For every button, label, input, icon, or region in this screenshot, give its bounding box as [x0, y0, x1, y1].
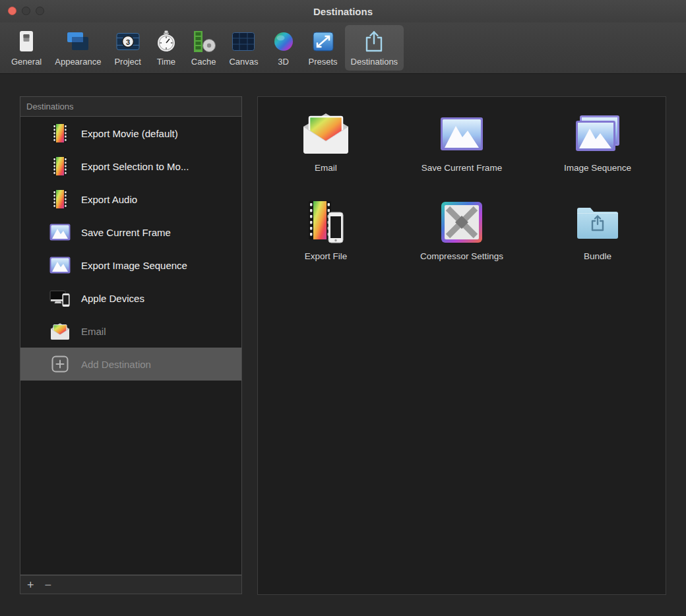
- photo-icon: [49, 257, 71, 274]
- sidebar-footer: + −: [20, 575, 242, 594]
- sphere-3d-icon: [272, 28, 296, 55]
- traffic-lights: [8, 7, 44, 15]
- destination-option-export-file[interactable]: Export File: [258, 195, 394, 283]
- sidebar-item-apple-devices[interactable]: Apple Devices: [20, 282, 241, 315]
- email-icon: [300, 106, 352, 162]
- sidebar-item-export-image-sequence[interactable]: Export Image Sequence: [20, 249, 241, 282]
- sidebar-item-label: Export Movie (default): [81, 128, 178, 139]
- presets-icon: [311, 28, 335, 55]
- add-destination-button[interactable]: +: [27, 579, 34, 591]
- toolbar-item-label: Project: [114, 57, 140, 67]
- appearance-icon: [66, 28, 90, 55]
- sidebar-item-label: Email: [81, 326, 106, 337]
- toolbar-item-3d[interactable]: 3D: [266, 25, 301, 71]
- project-icon: 3: [116, 28, 140, 55]
- toolbar-item-label: Destinations: [351, 57, 398, 67]
- sidebar-item-email[interactable]: Email: [20, 315, 241, 348]
- destination-option-label: Export File: [305, 251, 348, 261]
- toolbar-item-label: Time: [157, 57, 175, 67]
- destinations-grid: Email Save Current Frame: [258, 97, 666, 283]
- toolbar-item-cache[interactable]: Cache: [185, 25, 222, 71]
- minimize-button[interactable]: [22, 7, 30, 15]
- window-title: Destinations: [313, 6, 373, 17]
- toolbar-item-destinations[interactable]: Destinations: [345, 25, 404, 71]
- sidebar-item-label: Add Destination: [81, 359, 151, 370]
- devices-icon: [49, 289, 71, 307]
- toolbar-item-label: Canvas: [229, 57, 258, 67]
- sidebar-item-label: Export Selection to Mo...: [81, 161, 189, 172]
- remove-destination-button[interactable]: −: [45, 579, 52, 591]
- toolbar-item-canvas[interactable]: Canvas: [223, 25, 264, 71]
- sidebar-item-export-movie[interactable]: Export Movie (default): [20, 117, 241, 150]
- zoom-button[interactable]: [36, 7, 44, 15]
- destination-option-image-sequence[interactable]: Image Sequence: [530, 106, 666, 195]
- bundle-folder-icon: [574, 195, 621, 250]
- destination-option-label: Compressor Settings: [420, 251, 503, 261]
- general-icon: [15, 28, 38, 55]
- destination-option-label: Bundle: [584, 251, 611, 261]
- close-button[interactable]: [8, 7, 16, 15]
- sidebar-item-label: Apple Devices: [81, 293, 144, 304]
- destination-option-save-current-frame[interactable]: Save Current Frame: [394, 106, 530, 195]
- image-sequence-icon: [575, 106, 621, 162]
- sidebar-item-export-audio[interactable]: Export Audio: [20, 183, 241, 216]
- destination-option-email[interactable]: Email: [258, 106, 394, 195]
- sidebar-item-label: Export Audio: [81, 194, 137, 205]
- compressor-icon: [438, 195, 485, 250]
- sidebar-header-label: Destinations: [26, 102, 74, 111]
- toolbar-item-label: General: [11, 57, 42, 67]
- destination-option-label: Email: [315, 163, 337, 173]
- toolbar-item-label: Cache: [191, 57, 216, 67]
- photo-icon: [49, 224, 71, 241]
- project-badge: 3: [126, 38, 130, 46]
- sidebar-item-save-current-frame[interactable]: Save Current Frame: [20, 216, 241, 249]
- preferences-toolbar: General Appearance 3 Project: [0, 22, 686, 74]
- toolbar-item-project[interactable]: 3 Project: [108, 25, 146, 71]
- sidebar-item-add-destination[interactable]: Add Destination: [20, 348, 241, 381]
- filmstrip-icon: [49, 156, 71, 176]
- filmstrip-icon: [49, 123, 71, 143]
- sidebar-item-label: Export Image Sequence: [81, 260, 187, 271]
- toolbar-item-label: 3D: [278, 57, 289, 67]
- add-box-icon: [49, 354, 71, 374]
- share-icon: [362, 28, 386, 55]
- destination-option-label: Image Sequence: [564, 163, 631, 173]
- title-bar[interactable]: Destinations: [0, 0, 686, 22]
- toolbar-item-general[interactable]: General: [5, 25, 47, 71]
- toolbar-item-label: Presets: [309, 57, 338, 67]
- sidebar-header: Destinations: [20, 96, 242, 117]
- destination-option-label: Save Current Frame: [421, 163, 502, 173]
- envelope-icon: [49, 323, 71, 340]
- sidebar-item-label: Save Current Frame: [81, 227, 171, 238]
- toolbar-item-label: Appearance: [55, 57, 101, 67]
- destinations-list: Export Movie (default) Export Selection …: [20, 117, 242, 575]
- destination-option-compressor-settings[interactable]: Compressor Settings: [394, 195, 530, 283]
- time-icon: [154, 28, 178, 55]
- export-file-icon: [305, 195, 347, 250]
- photo-icon: [440, 106, 483, 162]
- toolbar-item-presets[interactable]: Presets: [303, 25, 344, 71]
- toolbar-item-appearance[interactable]: Appearance: [49, 25, 107, 71]
- destination-option-bundle[interactable]: Bundle: [530, 195, 666, 283]
- canvas-icon: [232, 28, 255, 55]
- destinations-panel: Email Save Current Frame: [257, 96, 666, 595]
- toolbar-item-time[interactable]: Time: [148, 25, 184, 71]
- filmstrip-icon: [49, 189, 71, 209]
- sidebar-item-export-selection[interactable]: Export Selection to Mo...: [20, 150, 241, 183]
- cache-icon: [192, 28, 216, 55]
